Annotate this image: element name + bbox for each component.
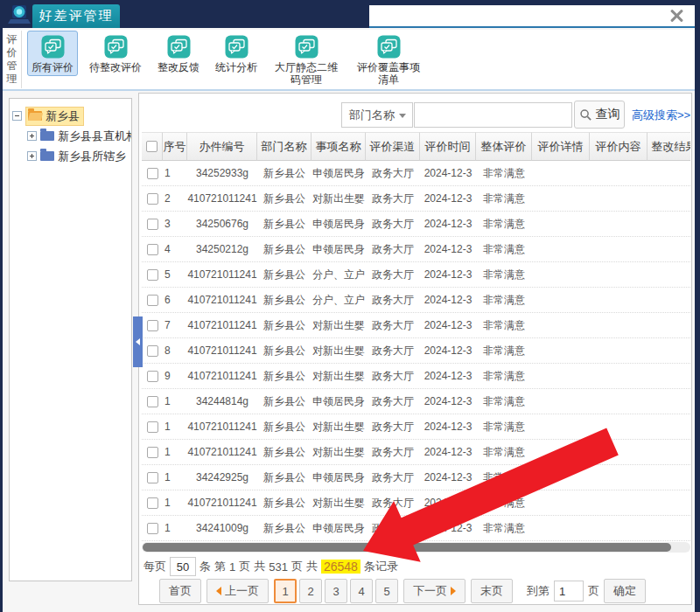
cell-item: 申领居民身 xyxy=(312,521,366,536)
row-checkbox[interactable] xyxy=(147,447,158,458)
search-field-select[interactable]: 部门名称 xyxy=(341,102,413,128)
table-row[interactable]: 434250212g新乡县公申领居民身政务大厅2024-12-3非常满意 xyxy=(142,237,690,262)
column-header: 事项名称 xyxy=(312,132,366,161)
expand-expander-icon[interactable] xyxy=(27,151,37,161)
cell-seq: 4 xyxy=(163,243,187,255)
triangle-left-icon xyxy=(216,587,221,595)
row-checkbox-cell xyxy=(142,497,163,509)
table-row[interactable]: 1410721011241新乡县公对新出生婴政务大厅2024-12-3非常满意 xyxy=(142,490,690,516)
confirm-button[interactable]: 确定 xyxy=(604,579,646,603)
goto-page-input[interactable] xyxy=(554,581,584,602)
cell-item: 对新出生婴 xyxy=(312,496,366,511)
horizontal-scrollbar-thumb[interactable] xyxy=(143,543,671,552)
pagination-bar: 首页 上一页 12345 下一页 末页 到第 页 确定 xyxy=(159,579,646,603)
row-checkbox[interactable] xyxy=(147,193,158,205)
cell-rating: 非常满意 xyxy=(476,420,532,435)
tree-node-townships[interactable]: 新乡县所辖乡 xyxy=(27,146,129,166)
next-page-button[interactable]: 下一页 xyxy=(403,579,466,603)
page-button-3[interactable]: 3 xyxy=(325,579,347,603)
advanced-search-link[interactable]: 高级搜索>> xyxy=(632,108,690,123)
chevron-left-icon xyxy=(136,338,140,345)
cell-dept: 新乡县公 xyxy=(257,470,312,485)
table-row[interactable]: 134252933g新乡县公申领居民身政务大厅2024-12-3非常满意 xyxy=(142,161,690,186)
close-button[interactable] xyxy=(667,6,686,25)
tree-node-selected[interactable]: 新乡县 xyxy=(25,107,84,126)
row-checkbox[interactable] xyxy=(147,244,158,255)
cell-order-no: 410721011241 xyxy=(187,446,257,458)
row-checkbox[interactable] xyxy=(147,497,158,509)
row-checkbox-cell xyxy=(142,319,163,331)
cell-dept: 新乡县公 xyxy=(257,445,312,460)
tree-node-county-direct-orgs[interactable]: 新乡县县直机构 xyxy=(27,126,129,146)
table-row[interactable]: 7410721011241新乡县公对新出生婴政务大厅2024-12-3非常满意 xyxy=(142,313,690,338)
table-row[interactable]: 9410721011241新乡县公对新出生婴政务大厅2024-12-3非常满意 xyxy=(142,364,690,389)
toolbar-item-hall-static-qrcode[interactable]: 大厅静态二维码管理 xyxy=(269,31,344,88)
row-checkbox[interactable] xyxy=(147,523,158,534)
cell-dept: 新乡县公 xyxy=(257,394,312,409)
page-button-1[interactable]: 1 xyxy=(274,579,297,603)
table-row[interactable]: 134241009g新乡县公申领居民身政务大厅2024-12-3非常满意 xyxy=(142,516,690,541)
row-checkbox[interactable] xyxy=(147,168,158,179)
table-row[interactable]: 134242925g新乡县公申领居民身政务大厅2024-12-3非常满意 xyxy=(142,465,690,490)
row-checkbox-cell xyxy=(142,395,163,407)
cell-dept: 新乡县公 xyxy=(257,521,312,536)
row-checkbox[interactable] xyxy=(147,320,158,331)
table-row[interactable]: 8410721011241新乡县公对新出生婴政务大厅2024-12-3非常满意 xyxy=(142,338,690,364)
row-checkbox[interactable] xyxy=(147,421,158,433)
query-button[interactable]: 查询 xyxy=(574,101,625,129)
row-checkbox-cell xyxy=(142,522,163,534)
column-header: 整改结果 xyxy=(648,132,690,161)
table-row[interactable]: 5410721011241新乡县公分户、立户政务大厅2024-12-3非常满意 xyxy=(142,262,690,288)
last-page-button[interactable]: 末页 xyxy=(471,579,513,603)
expand-expander-icon[interactable] xyxy=(27,131,37,141)
window-title-tab[interactable]: 好差评管理 xyxy=(32,4,120,28)
table-row[interactable]: 6410721011241新乡县公分户、立户政务大厅2024-12-3非常满意 xyxy=(142,288,690,313)
first-page-button[interactable]: 首页 xyxy=(159,579,201,603)
page-button-4[interactable]: 4 xyxy=(350,579,373,603)
panel-collapse-handle[interactable] xyxy=(133,316,143,367)
collapse-expander-icon[interactable] xyxy=(12,111,22,121)
row-checkbox[interactable] xyxy=(147,295,158,306)
toolbar-item-label: 大厅静态二维码管理 xyxy=(273,61,340,86)
table-row[interactable]: 2410721011241新乡县公对新出生婴政务大厅2024-12-3非常满意 xyxy=(142,186,690,212)
row-checkbox-cell xyxy=(142,167,163,179)
toolbar-item-statistics-analysis[interactable]: 统计分析 xyxy=(211,31,262,76)
chat-bubbles-icon xyxy=(104,35,128,59)
tree-node-root[interactable]: 新乡县 xyxy=(12,106,129,126)
toolbar-item-coverage-list[interactable]: 评价覆盖事项清单 xyxy=(351,31,426,88)
cell-seq: 1 xyxy=(163,471,187,483)
prev-page-button[interactable]: 上一页 xyxy=(206,579,269,603)
toolbar-item-all-evaluations[interactable]: 所有评价 xyxy=(27,31,78,76)
row-checkbox[interactable] xyxy=(147,472,158,483)
row-checkbox[interactable] xyxy=(147,371,158,382)
row-checkbox[interactable] xyxy=(147,345,158,357)
row-checkbox[interactable] xyxy=(147,219,158,230)
page-button-2[interactable]: 2 xyxy=(299,579,322,603)
table-row[interactable]: 1410721011241新乡县公对新出生婴政务大厅2024-12-3非常满意 xyxy=(142,414,690,440)
select-all-checkbox[interactable] xyxy=(146,141,158,152)
cell-channel: 政务大厅 xyxy=(366,470,420,485)
table-row[interactable]: 334250676g新乡县公申领居民身政务大厅2024-12-3非常满意 xyxy=(142,212,690,237)
row-checkbox[interactable] xyxy=(147,269,158,281)
per-page-input[interactable] xyxy=(170,557,196,576)
search-input[interactable] xyxy=(414,102,572,128)
cell-time: 2024-12-3 xyxy=(420,344,476,357)
cell-channel: 政务大厅 xyxy=(366,521,420,536)
toolbar-item-label: 待整改评价 xyxy=(89,61,142,73)
toolbar-item-rectification-feedback[interactable]: 整改反馈 xyxy=(153,31,204,76)
cell-item: 分户、立户 xyxy=(312,268,366,282)
cell-dept: 新乡县公 xyxy=(257,293,312,308)
table-body: 134252933g新乡县公申领居民身政务大厅2024-12-3非常满意2410… xyxy=(142,161,690,541)
toolbar-item-label: 评价覆盖事项清单 xyxy=(355,61,422,86)
row-checkbox[interactable] xyxy=(147,396,158,407)
page-button-5[interactable]: 5 xyxy=(375,579,398,603)
table-row[interactable]: 1410721011241新乡县公对新出生婴政务大厅2024-12-3非常满意 xyxy=(142,440,690,465)
cell-seq: 1 xyxy=(163,522,187,534)
toolbar-item-pending-rectification[interactable]: 待整改评价 xyxy=(85,31,146,76)
table-row[interactable]: 134244814g新乡县公申领居民身政务大厅2024-12-3非常满意 xyxy=(142,389,690,414)
confirm-label: 确定 xyxy=(613,583,636,599)
cell-channel: 政务大厅 xyxy=(366,369,420,384)
toolbar-items: 所有评价 待整改评价 整改反馈 统计分析 大厅静态二维码管理 评价覆盖事项清单 xyxy=(27,31,433,88)
cell-rating: 非常满意 xyxy=(476,191,532,206)
sidebar-tab-evaluation-management[interactable]: 评价管理 xyxy=(3,31,22,88)
